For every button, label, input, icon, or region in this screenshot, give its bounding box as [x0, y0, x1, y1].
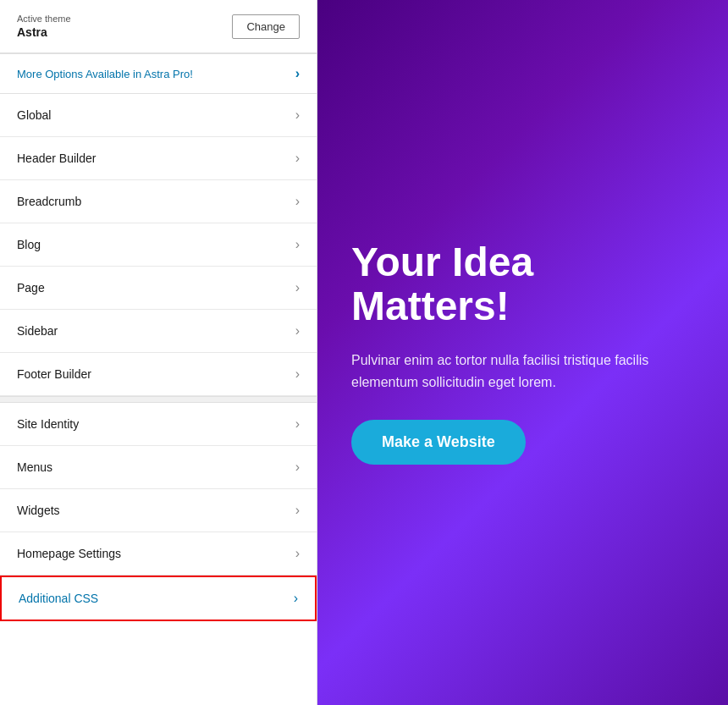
sidebar-item-global[interactable]: Global ›: [0, 94, 317, 137]
chevron-right-icon: ›: [295, 323, 300, 339]
sidebar-item-page[interactable]: Page ›: [0, 267, 317, 310]
sidebar-item-additional-css-label: Additional CSS: [19, 592, 98, 605]
preview-content: Your Idea Matters! Pulvinar enim ac tort…: [351, 240, 694, 465]
pro-banner-text: More Options Available in Astra Pro!: [17, 68, 193, 80]
chevron-right-icon: ›: [295, 280, 300, 295]
sidebar-item-footer-builder[interactable]: Footer Builder ›: [0, 353, 317, 396]
sidebar-item-site-identity[interactable]: Site Identity ›: [0, 403, 317, 446]
sidebar-item-breadcrumb[interactable]: Breadcrumb ›: [0, 180, 317, 223]
sidebar-item-menus-label: Menus: [17, 460, 52, 474]
sidebar-item-homepage-settings[interactable]: Homepage Settings ›: [0, 532, 317, 576]
sidebar-item-footer-builder-label: Footer Builder: [17, 367, 91, 381]
sidebar-item-widgets-label: Widgets: [17, 504, 60, 517]
chevron-right-icon: ›: [295, 546, 300, 561]
sidebar-item-menus[interactable]: Menus ›: [0, 446, 317, 489]
chevron-right-icon: ›: [295, 151, 300, 166]
sidebar-item-blog-label: Blog: [17, 238, 41, 251]
active-theme-section: Active theme Astra Change: [0, 0, 317, 53]
chevron-right-icon: ›: [295, 460, 300, 475]
nav-section-1: Global › Header Builder › Breadcrumb › B…: [0, 94, 317, 396]
preview-heading: Your Idea Matters!: [351, 240, 694, 330]
section-divider: [0, 396, 317, 403]
sidebar-item-header-builder[interactable]: Header Builder ›: [0, 137, 317, 180]
change-theme-button[interactable]: Change: [232, 14, 300, 39]
sidebar-item-sidebar[interactable]: Sidebar ›: [0, 310, 317, 353]
sidebar: Active theme Astra Change More Options A…: [0, 0, 317, 705]
pro-banner-chevron-icon: ›: [295, 66, 300, 81]
pro-banner[interactable]: More Options Available in Astra Pro! ›: [0, 54, 317, 94]
sidebar-item-page-label: Page: [17, 281, 45, 295]
sidebar-item-global-label: Global: [17, 108, 51, 122]
nav-section-2: Site Identity › Menus › Widgets › Homepa…: [0, 403, 317, 705]
sidebar-item-widgets[interactable]: Widgets ›: [0, 489, 317, 532]
chevron-right-icon: ›: [295, 107, 300, 123]
preview-subtext: Pulvinar enim ac tortor nulla facilisi t…: [351, 350, 694, 393]
sidebar-item-header-builder-label: Header Builder: [17, 151, 96, 165]
active-theme-info: Active theme Astra: [17, 14, 71, 39]
preview-panel: Your Idea Matters! Pulvinar enim ac tort…: [317, 0, 728, 705]
chevron-right-icon: ›: [294, 591, 298, 606]
sidebar-item-site-identity-label: Site Identity: [17, 417, 79, 431]
sidebar-item-additional-css[interactable]: Additional CSS ›: [0, 576, 317, 621]
chevron-right-icon: ›: [295, 366, 300, 382]
sidebar-item-homepage-settings-label: Homepage Settings: [17, 547, 121, 560]
chevron-right-icon: ›: [295, 194, 300, 209]
chevron-right-icon: ›: [295, 416, 300, 432]
sidebar-item-sidebar-label: Sidebar: [17, 324, 58, 338]
sidebar-item-breadcrumb-label: Breadcrumb: [17, 195, 81, 208]
chevron-right-icon: ›: [295, 503, 300, 518]
active-theme-name: Astra: [17, 25, 71, 39]
chevron-right-icon: ›: [295, 237, 300, 252]
preview-cta-button[interactable]: Make a Website: [351, 420, 526, 465]
sidebar-item-blog[interactable]: Blog ›: [0, 223, 317, 267]
active-theme-label: Active theme: [17, 14, 71, 24]
